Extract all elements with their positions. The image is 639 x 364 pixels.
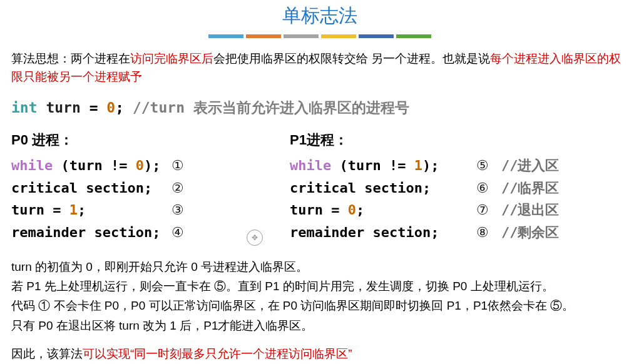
section-comment: //进入区 bbox=[501, 154, 560, 177]
step-number: ⑥ bbox=[476, 177, 501, 200]
code-text: critical section; bbox=[290, 177, 476, 200]
explain-line: 若 P1 先上处理机运行，则会一直卡在 ⑤。直到 P1 的时间片用完，发生调度，… bbox=[11, 277, 628, 295]
p1-title: P1进程： bbox=[290, 129, 628, 151]
idea-text: 算法思想：两个进程在 bbox=[11, 52, 130, 65]
step-number: ④ bbox=[171, 221, 197, 244]
explain-line: 因此，该算法可以实现“同一时刻最多只允许一个进程访问临界区” bbox=[11, 345, 628, 363]
p0-title: P0 进程： bbox=[11, 129, 290, 151]
step-number: ⑧ bbox=[476, 221, 501, 244]
underline-seg bbox=[246, 34, 281, 38]
explain-line: 只有 P0 在退出区将 turn 改为 1 后，P1才能进入临界区。 bbox=[11, 316, 628, 335]
explain-line: turn 的初值为 0，即刚开始只允许 0 号进程进入临界区。 bbox=[11, 258, 628, 276]
code-comment: //turn 表示当前允许进入临界区的进程号 bbox=[124, 99, 409, 116]
process-columns: P0 进程： while (turn != 0);①critical secti… bbox=[11, 129, 628, 244]
idea-highlight: 访问完临界区后 bbox=[130, 52, 213, 65]
step-number: ③ bbox=[171, 199, 197, 221]
step-number: ① bbox=[171, 154, 197, 177]
code-text: critical section; bbox=[11, 177, 171, 200]
explain-line: 代码 ① 不会卡住 P0，P0 可以正常访问临界区，在 P0 访问临界区期间即时… bbox=[11, 296, 628, 315]
underline-seg bbox=[284, 34, 319, 38]
underline-seg bbox=[396, 34, 431, 38]
code-text: turn = 1; bbox=[11, 199, 171, 221]
var-turn: turn bbox=[46, 99, 80, 116]
code-text: turn = 0; bbox=[290, 199, 476, 221]
cursor-icon bbox=[247, 230, 263, 246]
code-line: while (turn != 0);① bbox=[11, 154, 290, 177]
idea-text: 会把使用临界区的权限转交给 另一个进程。也就是说 bbox=[213, 52, 490, 65]
underline-seg bbox=[359, 34, 394, 38]
explanation: turn 的初值为 0，即刚开始只允许 0 号进程进入临界区。 若 P1 先上处… bbox=[11, 258, 628, 363]
underline-seg bbox=[208, 34, 243, 38]
p1-column: P1进程： while (turn != 1);⑤//进入区critical s… bbox=[290, 129, 628, 244]
step-number: ② bbox=[171, 177, 197, 200]
section-comment: //剩余区 bbox=[501, 221, 560, 244]
code-text: while (turn != 1); bbox=[290, 154, 476, 177]
kw-int: int bbox=[11, 99, 38, 116]
p0-lines: while (turn != 0);①critical section;②tur… bbox=[11, 154, 290, 244]
step-number: ⑤ bbox=[476, 154, 501, 177]
code-text: while (turn != 0); bbox=[11, 154, 171, 177]
code-line: while (turn != 1);⑤//进入区 bbox=[290, 154, 628, 177]
declaration-code: int turn = 0; //turn 表示当前允许进入临界区的进程号 bbox=[11, 97, 628, 119]
code-line: remainder section;⑧//剩余区 bbox=[290, 221, 628, 244]
explain-highlight: 可以实现“同一时刻最多只允许一个进程访问临界区” bbox=[83, 347, 352, 360]
num-literal: 0 bbox=[106, 99, 115, 116]
section-comment: //退出区 bbox=[501, 199, 560, 221]
code-line: critical section;② bbox=[11, 177, 290, 200]
code-line: turn = 1;③ bbox=[11, 199, 290, 221]
p0-column: P0 进程： while (turn != 0);①critical secti… bbox=[11, 129, 290, 244]
page-title: 单标志法 bbox=[11, 1, 628, 31]
p1-lines: while (turn != 1);⑤//进入区critical section… bbox=[290, 154, 628, 244]
code-text: remainder section; bbox=[11, 221, 171, 244]
underline-seg bbox=[321, 34, 356, 38]
code-line: critical section;⑥//临界区 bbox=[290, 177, 628, 200]
step-number: ⑦ bbox=[476, 199, 501, 221]
section-comment: //临界区 bbox=[501, 177, 560, 200]
code-line: turn = 0;⑦//退出区 bbox=[290, 199, 628, 221]
code-text: remainder section; bbox=[290, 221, 476, 244]
title-underline bbox=[11, 34, 628, 38]
algorithm-idea: 算法思想：两个进程在访问完临界区后会把使用临界区的权限转交给 另一个进程。也就是… bbox=[11, 49, 628, 86]
